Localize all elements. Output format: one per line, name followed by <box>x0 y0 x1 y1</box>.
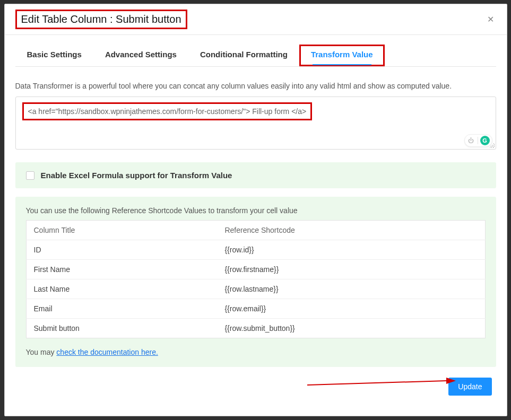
resize-handle-icon[interactable] <box>489 143 495 148</box>
documentation-link[interactable]: check the documentation here. <box>56 348 158 356</box>
table-header-row: Column Title Reference Shortcode <box>26 221 485 240</box>
enable-formula-row: Enable Excel Formula support for Transfo… <box>15 162 496 188</box>
ref-shortcode: {{row.lastname}} <box>217 279 485 299</box>
doc-prefix: You may <box>26 348 57 356</box>
table-row: Last Name {{row.lastname}} <box>26 279 485 299</box>
table-row: Submit button {{row.submit_button}} <box>26 319 485 338</box>
ref-title: Email <box>26 299 217 319</box>
ref-shortcode: {{row.firstname}} <box>217 260 485 279</box>
modal-footer: Update <box>15 367 496 396</box>
tab-transform-value[interactable]: Transform Value <box>299 45 385 66</box>
modal-body: Basic Settings Advanced Settings Conditi… <box>5 35 507 416</box>
separator <box>478 137 478 144</box>
tab-conditional-formatting[interactable]: Conditional Formatting <box>188 45 299 66</box>
power-icon[interactable]: ⏻ <box>467 136 475 145</box>
grammarly-icon[interactable]: G <box>480 136 490 145</box>
col-header-shortcode: Reference Shortcode <box>217 221 485 240</box>
arrow-annotation-icon <box>307 374 456 388</box>
tab-basic-settings[interactable]: Basic Settings <box>15 45 93 66</box>
ref-title: ID <box>26 240 217 260</box>
ref-shortcode: {{row.id}} <box>217 240 485 260</box>
transform-value-text: <a href="https://sandbox.wpninjathemes.c… <box>22 102 313 120</box>
ref-title: Last Name <box>26 279 217 299</box>
table-row: Email {{row.email}} <box>26 299 485 319</box>
transform-value-input[interactable]: <a href="https://sandbox.wpninjathemes.c… <box>15 97 496 150</box>
documentation-line: You may check the documentation here. <box>26 348 486 356</box>
grammarly-widget[interactable]: ⏻ G <box>464 134 492 147</box>
tab-bar: Basic Settings Advanced Settings Conditi… <box>15 45 496 67</box>
reference-panel: You can use the following Reference Shor… <box>15 197 496 367</box>
transform-description: Data Transformer is a powerful tool wher… <box>15 82 496 90</box>
edit-column-modal: Edit Table Column : Submit button ✕ Basi… <box>4 4 507 416</box>
modal-header: Edit Table Column : Submit button ✕ <box>5 4 507 35</box>
close-icon[interactable]: ✕ <box>485 12 496 27</box>
ref-title: First Name <box>26 260 217 279</box>
reference-intro: You can use the following Reference Shor… <box>26 206 486 215</box>
svg-line-0 <box>307 381 446 385</box>
ref-shortcode: {{row.email}} <box>217 299 485 319</box>
table-row: ID {{row.id}} <box>26 240 485 260</box>
tab-advanced-settings[interactable]: Advanced Settings <box>93 45 188 66</box>
ref-title: Submit button <box>26 319 217 338</box>
update-button[interactable]: Update <box>448 378 491 396</box>
table-row: First Name {{row.firstname}} <box>26 260 485 279</box>
modal-title: Edit Table Column : Submit button <box>15 10 187 29</box>
col-header-title: Column Title <box>26 221 217 240</box>
enable-formula-checkbox[interactable] <box>26 171 34 180</box>
ref-shortcode: {{row.submit_button}} <box>217 319 485 338</box>
reference-table: Column Title Reference Shortcode ID {{ro… <box>26 220 486 338</box>
enable-formula-label: Enable Excel Formula support for Transfo… <box>41 171 232 180</box>
